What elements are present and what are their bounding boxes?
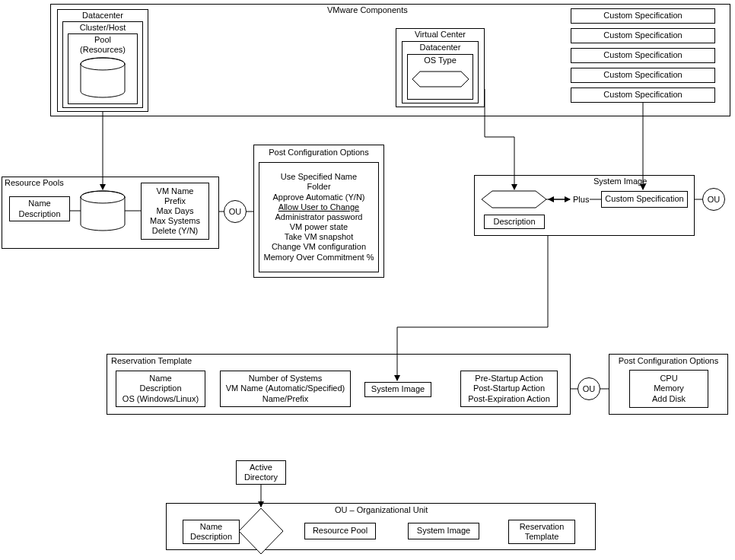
ouunit-users-label: Users (251, 527, 273, 536)
ouunit-b4: ReservationTemplate (508, 520, 575, 544)
si-template-label: Template (497, 194, 531, 204)
vc-template-label: Template (423, 74, 457, 84)
vm-pool: Pool (Resources) (68, 33, 138, 104)
si-desc: Description (484, 215, 545, 229)
ouunit-title: OU – Organizational Unit (335, 505, 428, 515)
vm-pool-l1: Pool (68, 35, 137, 45)
si-plus-label: Plus (573, 195, 589, 205)
pco2-inner: CPUMemoryAdd Disk (629, 370, 708, 408)
pco1-inner: Use Specified Name Folder Approve Automa… (259, 162, 379, 272)
ouunit-b1: NameDescription (183, 520, 240, 544)
vc-os-label: OS Type (408, 56, 473, 65)
pco2-title: Post Configuration Options (612, 356, 724, 366)
vm-pool-l2: (Resources) (68, 45, 137, 55)
si-cs: Custom Specification (601, 191, 688, 208)
pco1-title: Post Configuration Options (259, 148, 379, 158)
cs-1: Custom Specification (571, 8, 715, 24)
ou-circle-rt: OU (578, 377, 600, 400)
vm-datastore-label: Datastore (84, 82, 120, 92)
ouunit-b2: Resource Pool (304, 523, 376, 539)
ou-circle-si: OU (702, 188, 725, 211)
rt-title: Reservation Template (111, 356, 192, 366)
cs-2: Custom Specification (571, 28, 715, 43)
rp-name-desc: NameDescription (9, 196, 70, 221)
cs-3: Custom Specification (571, 48, 715, 63)
rt-b2: Number of SystemsVM Name (Automatic/Spec… (220, 371, 351, 407)
vmware-components-title: VMware Components (327, 5, 408, 15)
vc-datacenter-label: Datacenter (402, 43, 478, 52)
cs-4: Custom Specification (571, 68, 715, 83)
rp-datastore-label: Datastore (84, 215, 120, 225)
vc-title: Virtual Center (396, 30, 484, 40)
system-image-title: System Image (593, 177, 647, 186)
rt-b4: Pre-Startup ActionPost-Startup ActionPos… (460, 371, 558, 407)
rp-vm-box: VM NamePrefixMax DaysMax SystemsDelete (… (141, 183, 209, 240)
cs-5: Custom Specification (571, 88, 715, 103)
rt-b3: System Image (364, 382, 431, 397)
rt-b1: NameDescriptionOS (Windows/Linux) (116, 371, 205, 407)
ouunit-b3: System Image (408, 523, 479, 539)
resource-pools-title: Resource Pools (5, 178, 64, 188)
ad-box: ActiveDirectory (236, 460, 286, 485)
vm-datacenter-label: Datacenter (58, 11, 148, 21)
vm-cluster-label: Cluster/Host (63, 23, 142, 33)
ou-circle-rp: OU (224, 200, 247, 223)
